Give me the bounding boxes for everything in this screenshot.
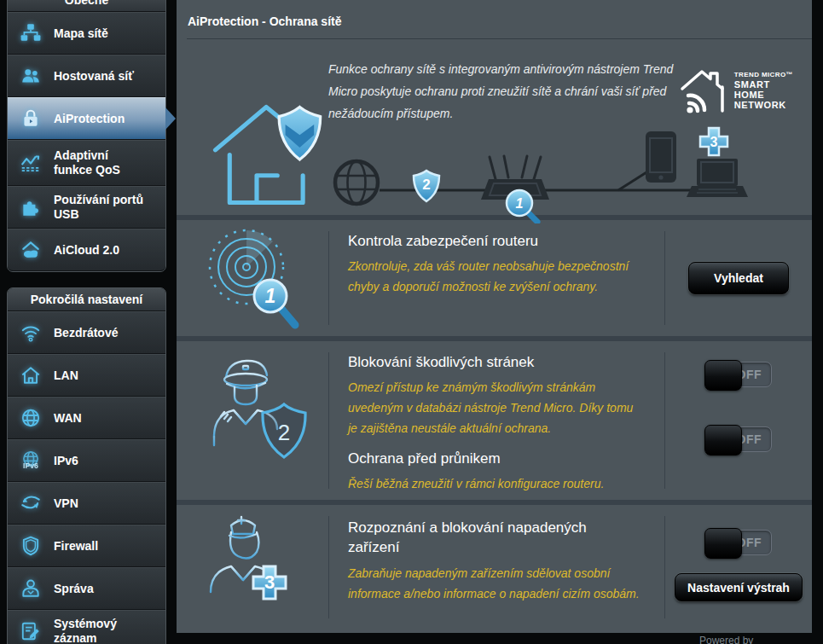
scan-magnifier-icon: 1 — [177, 220, 328, 336]
sidebar-item-label: VPN — [54, 496, 78, 511]
sidebar-item-label: WAN — [54, 411, 82, 426]
toggle-knob[interactable] — [704, 360, 742, 391]
intrusion-toggle[interactable]: OFF — [705, 426, 772, 452]
powered-by-label: Powered by — [699, 635, 753, 644]
sidebar-item-label: Systémový záznam — [54, 617, 149, 644]
shield-icon — [18, 535, 43, 557]
sidebar-item-network-map[interactable]: Mapa sítě — [8, 12, 165, 55]
home-shield-icon — [209, 82, 328, 218]
cloud-home-icon — [18, 239, 43, 261]
sidebar-item-label: AiProtection — [54, 112, 125, 126]
internet-globe-icon — [335, 161, 378, 204]
network-diagram: 2 1 3 — [328, 123, 755, 227]
svg-text:1: 1 — [516, 196, 524, 211]
router-scan-description: Zkontroluje, zda váš router neobsahuje b… — [348, 256, 646, 297]
guest-network-icon — [18, 65, 43, 87]
intro-description: Funkce ochrany sítě s integrovaným antiv… — [328, 58, 700, 125]
lock-icon — [18, 107, 43, 130]
scan-button[interactable]: Vyhledat — [688, 262, 789, 294]
router-scan-action: Vyhledat — [665, 220, 812, 336]
svg-text:3: 3 — [264, 571, 275, 593]
infected-devices-actions: OFF Nastavení výstrah — [665, 505, 812, 629]
router-admin-page: Obecné Mapa sítě Hostovaná síť AiProtect… — [0, 0, 823, 644]
svg-text:2: 2 — [278, 420, 290, 445]
sidebar-item-usb[interactable]: Používání portů USB — [8, 186, 165, 229]
blocking-actions: OFF OFF — [665, 341, 812, 500]
laptop-icon — [687, 159, 748, 197]
trend-micro-logo-text: TREND MICRO™ SMART HOME NETWORK — [734, 71, 793, 110]
malicious-sites-toggle[interactable]: OFF — [705, 362, 772, 387]
sidebar-section-title-advanced: Pokročilá nastavení — [8, 288, 165, 311]
alert-settings-button[interactable]: Nastavení výstrah — [675, 573, 803, 601]
toggle-knob[interactable] — [704, 528, 742, 559]
sidebar-item-label: Správa — [54, 582, 94, 596]
vpn-arrows-icon — [18, 492, 43, 514]
infected-devices-title: Rozpoznání a blokování napadených zaříze… — [348, 518, 638, 557]
malicious-sites-description: Omezí přístup ke známým škodlivým stránk… — [348, 377, 646, 438]
sidebar-item-label: Používání portů USB — [54, 193, 149, 222]
blocking-text: Blokování škodlivých stránek Omezí příst… — [329, 341, 664, 500]
infected-devices-description: Zabraňuje napadeným zařízením sdělovat o… — [348, 563, 646, 604]
house-icon — [18, 364, 43, 386]
page-title: AiProtection - Ochrana sítě — [177, 0, 812, 28]
svg-text:3: 3 — [710, 135, 718, 149]
router-scan-title: Kontrola zabezpečení routeru — [348, 233, 646, 250]
svg-text:2: 2 — [422, 177, 430, 193]
diagram-badge-device: 3 — [700, 128, 727, 155]
qos-chart-icon — [18, 152, 43, 174]
sidebar-item-ipv6[interactable]: IPv6 IPv6 — [8, 439, 165, 482]
sidebar-item-wan[interactable]: WAN — [8, 397, 165, 439]
malicious-sites-group: Blokování škodlivých stránek Omezí příst… — [348, 354, 646, 438]
sidebar-item-label: IPv6 — [54, 454, 78, 468]
sidebar-item-aicloud[interactable]: AiCloud 2.0 — [8, 229, 165, 271]
sidebar-item-label: Mapa sítě — [54, 26, 108, 41]
nurse-cross-icon: 3 — [177, 505, 328, 629]
sidebar-item-label: Adaptivní funkce QoS — [54, 148, 149, 177]
infected-devices-row: 3 Rozpoznání a blokování napadených zaří… — [177, 500, 812, 629]
malicious-sites-title: Blokování škodlivých stránek — [348, 354, 646, 371]
blocking-row: 2 Blokování škodlivých stránek Omezí pří… — [177, 336, 812, 500]
sidebar-item-administration[interactable]: Správa — [8, 567, 165, 610]
sidebar-section-title-general: Obecné — [8, 0, 165, 12]
intrusion-description: Řeší běžná zneužití v rámci konfigurace … — [348, 473, 646, 494]
system-log-icon — [18, 620, 43, 642]
sidebar-item-guest-network[interactable]: Hostovaná síť — [8, 55, 165, 97]
router-scan-text: Kontrola zabezpečení routeru Zkontroluje… — [329, 220, 664, 336]
sidebar-item-lan[interactable]: LAN — [8, 354, 165, 397]
sidebar-item-label: Bezdrátové — [54, 326, 118, 340]
officer-shield-icon: 2 — [177, 341, 328, 500]
svg-text:IPv6: IPv6 — [23, 461, 38, 470]
trend-micro-logo: TREND MICRO™ SMART HOME NETWORK — [680, 67, 793, 114]
router-scan-row: 1 Kontrola zabezpečení routeru Zkontrolu… — [177, 215, 812, 336]
sidebar-item-firewall[interactable]: Firewall — [8, 525, 165, 567]
diagram-badge-wan: 2 — [414, 171, 439, 201]
globe-icon — [18, 407, 43, 429]
sidebar-item-label: LAN — [54, 368, 78, 383]
sidebar-item-label: Hostovaná síť — [54, 69, 134, 84]
toggle-knob[interactable] — [704, 425, 742, 455]
intrusion-group: Ochrana před průnikem Řeší běžná zneužit… — [348, 450, 646, 494]
infected-devices-text: Rozpoznání a blokování napadených zaříze… — [329, 505, 664, 629]
infected-devices-toggle[interactable]: OFF — [705, 530, 772, 555]
sidebar-item-aiprotection[interactable]: AiProtection — [8, 97, 165, 140]
main-panel: AiProtection - Ochrana sítě Funkce oc — [177, 0, 812, 633]
sidebar-advanced-section: Pokročilá nastavení Bezdrátové LAN WAN I… — [7, 287, 166, 644]
sidebar-item-adaptive-qos[interactable]: Adaptivní funkce QoS — [8, 140, 165, 186]
sidebar-general-section: Obecné Mapa sítě Hostovaná síť AiProtect… — [7, 0, 166, 272]
tablet-icon — [646, 131, 676, 183]
intrusion-title: Ochrana před průnikem — [348, 450, 646, 467]
intro-panel: Funkce ochrany sítě s integrovaným antiv… — [177, 39, 812, 215]
sidebar-item-label: AiCloud 2.0 — [54, 243, 119, 258]
usb-puzzle-icon — [18, 196, 43, 218]
wifi-icon — [18, 322, 43, 344]
sidebar-item-wireless[interactable]: Bezdrátové — [8, 311, 165, 354]
sidebar-item-vpn[interactable]: VPN — [8, 482, 165, 525]
sidebar-item-label: Firewall — [54, 539, 98, 554]
sidebar-item-system-log[interactable]: Systémový záznam — [8, 610, 165, 644]
ipv6-globe-icon: IPv6 — [18, 450, 43, 472]
admin-person-icon — [18, 577, 43, 600]
network-map-icon — [18, 22, 43, 44]
svg-text:1: 1 — [265, 285, 276, 307]
